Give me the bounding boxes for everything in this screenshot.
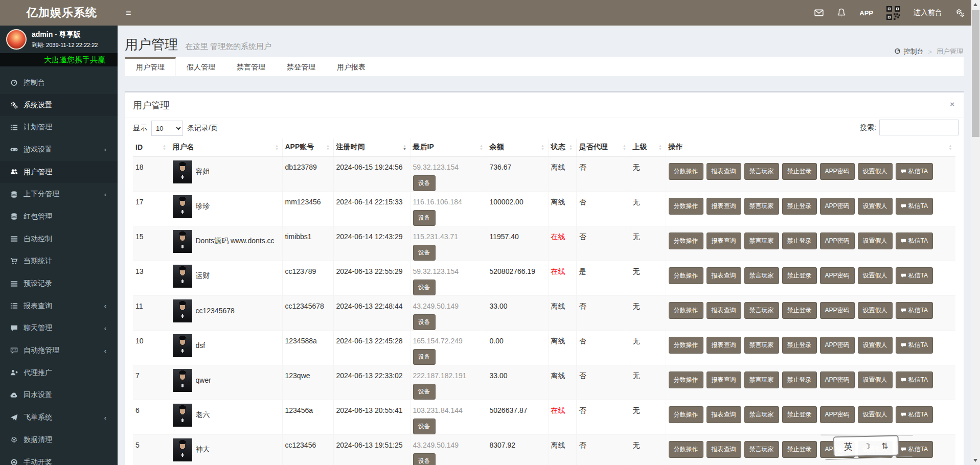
ban-login-button[interactable]: 禁止登录 [782,267,817,284]
score-action-button[interactable]: 分数操作 [669,267,703,284]
mute-player-button[interactable]: 禁言玩家 [744,267,779,284]
sidebar-toggle-icon[interactable]: ≡ [126,0,131,26]
report-query-button[interactable]: 报表查询 [706,371,741,388]
column-header-username[interactable]: 用户名▲▼ [170,138,282,156]
score-action-button[interactable]: 分数操作 [669,441,703,458]
mute-player-button[interactable]: 禁言玩家 [744,198,779,215]
report-query-button[interactable]: 报表查询 [706,267,741,284]
app-password-button[interactable]: APP密码 [820,232,855,249]
mute-player-button[interactable]: 禁言玩家 [744,441,779,458]
private-message-button[interactable]: 私信TA [896,198,933,215]
tab-user-management[interactable]: 用户管理 [125,57,176,76]
device-button[interactable]: 设备 [413,175,436,191]
column-header-status[interactable]: 状态▲▼ [548,138,576,156]
app-password-button[interactable]: APP密码 [820,371,855,388]
sidebar-item-game-settings[interactable]: 游戏设置‹ [0,138,118,161]
ban-login-button[interactable]: 禁止登录 [782,232,817,249]
sidebar-item-agent-promotion[interactable]: 代理推广 [0,362,118,384]
app-password-button[interactable]: APP密码 [820,163,855,180]
set-fake-user-button[interactable]: 设置假人 [858,267,893,284]
device-button[interactable]: 设备 [413,210,436,226]
device-button[interactable]: 设备 [413,453,436,465]
column-header-id[interactable]: ID▲▼ [133,138,170,156]
ban-login-button[interactable]: 禁止登录 [782,441,817,458]
private-message-button[interactable]: 私信TA [896,302,933,319]
sidebar-item-auto-control[interactable]: 自动控制 [0,228,118,250]
mute-player-button[interactable]: 禁言玩家 [744,337,779,354]
mute-player-button[interactable]: 禁言玩家 [744,163,779,180]
mail-icon[interactable] [814,8,824,17]
mute-player-button[interactable]: 禁言玩家 [744,371,779,388]
scroll-down-arrow-icon[interactable] [973,459,977,462]
vertical-scrollbar[interactable] [971,0,980,465]
private-message-button[interactable]: 私信TA [896,441,933,458]
score-action-button[interactable]: 分数操作 [669,302,703,319]
mute-player-button[interactable]: 禁言玩家 [744,302,779,319]
private-message-button[interactable]: 私信TA [896,371,933,388]
app-password-button[interactable]: APP密码 [820,267,855,284]
scroll-up-arrow-icon[interactable] [973,3,977,6]
app-link[interactable]: APP [859,9,873,17]
app-password-button[interactable]: APP密码 [820,198,855,215]
device-button[interactable]: 设备 [413,349,436,365]
device-button[interactable]: 设备 [413,418,436,434]
sidebar-item-chat-management[interactable]: 聊天管理‹ [0,317,118,340]
private-message-button[interactable]: 私信TA [896,406,933,423]
report-query-button[interactable]: 报表查询 [706,441,741,458]
search-input[interactable] [879,120,959,135]
bell-icon[interactable] [837,8,846,17]
sidebar-item-plan-management[interactable]: 计划管理 [0,116,118,138]
device-button[interactable]: 设备 [413,280,436,295]
tab-ban-login-management[interactable]: 禁登管理 [276,57,326,76]
sidebar-item-system-settings[interactable]: 系统设置 [0,94,118,117]
ime-moon-icon[interactable]: ☽ [863,441,871,451]
ban-login-button[interactable]: 禁止登录 [782,198,817,215]
sidebar-item-redpacket-management[interactable]: 红包管理 [0,205,118,228]
ban-login-button[interactable]: 禁止登录 [782,302,817,319]
app-password-button[interactable]: APP密码 [820,406,855,423]
report-query-button[interactable]: 报表查询 [706,302,741,319]
mute-player-button[interactable]: 禁言玩家 [744,406,779,423]
device-button[interactable]: 设备 [413,314,436,330]
score-action-button[interactable]: 分数操作 [669,163,703,180]
mute-player-button[interactable]: 禁言玩家 [744,232,779,249]
score-action-button[interactable]: 分数操作 [669,337,703,354]
private-message-button[interactable]: 私信TA [896,337,933,354]
score-action-button[interactable]: 分数操作 [669,232,703,249]
tab-fake-user-management[interactable]: 假人管理 [176,57,226,76]
set-fake-user-button[interactable]: 设置假人 [858,232,893,249]
qr-code-icon[interactable] [886,6,900,20]
ban-login-button[interactable]: 禁止登录 [782,163,817,180]
ban-login-button[interactable]: 禁止登录 [782,337,817,354]
close-icon[interactable]: × [950,100,954,108]
sidebar-item-preset-records[interactable]: 预设记录 [0,272,118,295]
sidebar-item-rebate-settings[interactable]: 回水设置 [0,384,118,407]
sidebar-item-points-management[interactable]: 上下分管理‹ [0,183,118,205]
ban-login-button[interactable]: 禁止登录 [782,406,817,423]
ban-login-button[interactable]: 禁止登录 [782,371,817,388]
private-message-button[interactable]: 私信TA [896,267,933,284]
score-action-button[interactable]: 分数操作 [669,406,703,423]
report-query-button[interactable]: 报表查询 [706,232,741,249]
column-header-actions[interactable]: 操作▲▼ [666,138,955,156]
set-fake-user-button[interactable]: 设置假人 [858,371,893,388]
sidebar-item-user-management[interactable]: 用户管理 [0,161,118,183]
sidebar-item-dashboard[interactable]: 控制台 [0,72,118,94]
set-fake-user-button[interactable]: 设置假人 [858,406,893,423]
tab-user-report[interactable]: 用户报表 [326,57,376,76]
column-header-app-account[interactable]: APP账号▲▼ [282,138,333,156]
column-header-last-ip[interactable]: 最后IP▲▼ [410,138,487,156]
report-query-button[interactable]: 报表查询 [706,337,741,354]
set-fake-user-button[interactable]: 设置假人 [858,163,893,180]
page-size-select[interactable]: 10 [151,121,183,136]
tab-mute-management[interactable]: 禁言管理 [226,57,276,76]
sidebar-item-data-cleanup[interactable]: 数据清理 [0,429,118,451]
set-fake-user-button[interactable]: 设置假人 [858,302,893,319]
sidebar-item-report-query[interactable]: 报表查询‹ [0,295,118,317]
breadcrumb-home-link[interactable]: 控制台 [894,47,923,56]
private-message-button[interactable]: 私信TA [896,232,933,249]
enter-frontend-link[interactable]: 进入前台 [914,8,942,17]
set-fake-user-button[interactable]: 设置假人 [858,198,893,215]
app-password-button[interactable]: APP密码 [820,302,855,319]
scrollbar-thumb[interactable] [972,10,979,137]
